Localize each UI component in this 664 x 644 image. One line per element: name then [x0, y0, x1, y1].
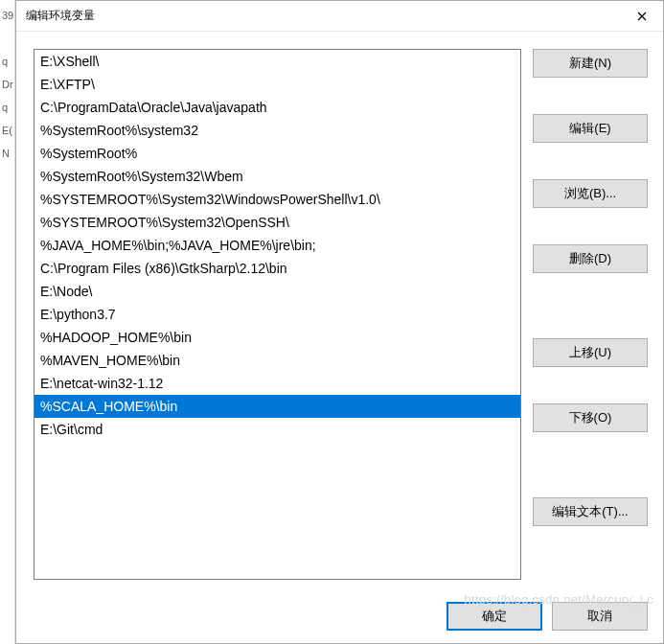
edit-env-var-dialog: 编辑环境变量 E:\XShell\E:\XFTP\C:\ProgramData\… — [15, 0, 664, 644]
list-item[interactable]: %SystemRoot%\System32\Wbem — [34, 165, 520, 188]
list-item[interactable]: E:\python3.7 — [34, 303, 520, 326]
list-item[interactable]: E:\Git\cmd — [34, 418, 520, 441]
path-listbox[interactable]: E:\XShell\E:\XFTP\C:\ProgramData\Oracle\… — [34, 49, 521, 580]
left-strip-fragment: N — [0, 142, 14, 165]
list-item[interactable]: %HADOOP_HOME%\bin — [34, 326, 520, 349]
left-strip-fragment: q — [0, 50, 14, 73]
list-inner: E:\XShell\E:\XFTP\C:\ProgramData\Oracle\… — [34, 50, 520, 579]
left-strip-fragment: E( — [0, 119, 14, 142]
left-strip-fragment: q — [0, 96, 14, 119]
move-up-button[interactable]: 上移(U) — [533, 338, 648, 367]
edit-text-button[interactable]: 编辑文本(T)... — [533, 497, 648, 526]
list-item[interactable]: C:\Program Files (x86)\GtkSharp\2.12\bin — [34, 257, 520, 280]
move-down-button[interactable]: 下移(O) — [533, 403, 648, 432]
side-buttons: 新建(N) 编辑(E) 浏览(B)... 删除(D) 上移(U) 下移(O) 编… — [533, 49, 648, 580]
close-icon — [637, 12, 647, 21]
list-item[interactable]: E:\Node\ — [34, 280, 520, 303]
left-strip-fragment — [0, 27, 14, 50]
list-item[interactable]: E:\netcat-win32-1.12 — [34, 372, 520, 395]
list-item[interactable]: %SYSTEMROOT%\System32\WindowsPowerShell\… — [34, 188, 520, 211]
dialog-footer: 确定 取消 — [16, 589, 663, 643]
dialog-content: E:\XShell\E:\XFTP\C:\ProgramData\Oracle\… — [16, 32, 663, 589]
list-item[interactable]: %SYSTEMROOT%\System32\OpenSSH\ — [34, 211, 520, 234]
new-button[interactable]: 新建(N) — [533, 49, 648, 78]
close-button[interactable] — [620, 1, 663, 32]
list-item[interactable]: C:\ProgramData\Oracle\Java\javapath — [34, 96, 520, 119]
list-item[interactable]: %SCALA_HOME%\bin — [34, 395, 520, 418]
list-item[interactable]: %MAVEN_HOME%\bin — [34, 349, 520, 372]
list-item[interactable]: %SystemRoot%\system32 — [34, 119, 520, 142]
titlebar: 编辑环境变量 — [16, 1, 663, 32]
dialog-title: 编辑环境变量 — [26, 8, 620, 24]
list-item[interactable]: E:\XShell\ — [34, 50, 520, 73]
list-item[interactable]: E:\XFTP\ — [34, 73, 520, 96]
left-strip-fragment: 39 — [0, 4, 14, 27]
browse-button[interactable]: 浏览(B)... — [533, 179, 648, 208]
edit-button[interactable]: 编辑(E) — [533, 114, 648, 143]
cancel-button[interactable]: 取消 — [552, 602, 648, 631]
left-strip-fragment: Dr — [0, 73, 14, 96]
delete-button[interactable]: 删除(D) — [533, 244, 648, 273]
background-left-strip: 39qDrqE(N — [0, 0, 15, 644]
ok-button[interactable]: 确定 — [446, 602, 542, 631]
list-item[interactable]: %JAVA_HOME%\bin;%JAVA_HOME%\jre\bin; — [34, 234, 520, 257]
list-item[interactable]: %SystemRoot% — [34, 142, 520, 165]
